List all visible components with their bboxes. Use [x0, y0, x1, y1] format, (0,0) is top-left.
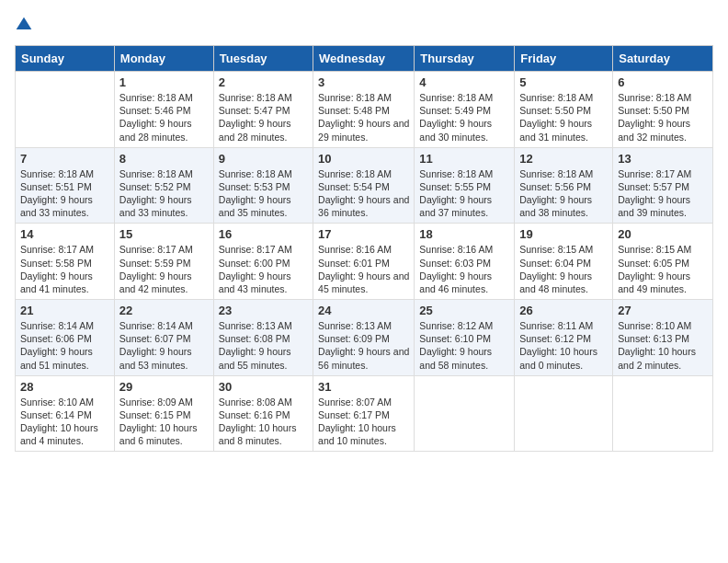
- day-number: 5: [519, 75, 608, 89]
- day-cell: 4Sunrise: 8:18 AMSunset: 5:49 PMDaylight…: [415, 72, 515, 148]
- header-saturday: Saturday: [613, 46, 713, 72]
- day-cell: 15Sunrise: 8:17 AMSunset: 5:59 PMDayligh…: [114, 224, 213, 300]
- day-info: Sunrise: 8:18 AMSunset: 5:53 PMDaylight:…: [219, 167, 308, 220]
- day-info: Sunrise: 8:09 AMSunset: 6:15 PMDaylight:…: [119, 396, 209, 448]
- calendar-table: SundayMondayTuesdayWednesdayThursdayFrid…: [15, 45, 713, 452]
- svg-marker-0: [17, 17, 32, 29]
- day-cell: 24Sunrise: 8:13 AMSunset: 6:09 PMDayligh…: [313, 300, 415, 376]
- day-info: Sunrise: 8:18 AMSunset: 5:52 PMDaylight:…: [119, 167, 209, 220]
- day-number: 24: [318, 304, 409, 317]
- day-cell: 7Sunrise: 8:18 AMSunset: 5:51 PMDaylight…: [16, 147, 115, 224]
- day-info: Sunrise: 8:18 AMSunset: 5:49 PMDaylight:…: [419, 91, 509, 144]
- day-cell: 29Sunrise: 8:09 AMSunset: 6:15 PMDayligh…: [114, 375, 213, 452]
- day-number: 8: [119, 152, 209, 166]
- day-info: Sunrise: 8:18 AMSunset: 5:56 PMDaylight:…: [519, 167, 608, 220]
- header-monday: Monday: [114, 46, 213, 72]
- day-info: Sunrise: 8:18 AMSunset: 5:50 PMDaylight:…: [618, 91, 708, 144]
- day-info: Sunrise: 8:11 AMSunset: 6:12 PMDaylight:…: [519, 319, 608, 372]
- day-info: Sunrise: 8:10 AMSunset: 6:14 PMDaylight:…: [20, 396, 109, 448]
- day-cell: 12Sunrise: 8:18 AMSunset: 5:56 PMDayligh…: [515, 147, 613, 224]
- day-info: Sunrise: 8:16 AMSunset: 6:03 PMDaylight:…: [419, 243, 509, 295]
- day-info: Sunrise: 8:14 AMSunset: 6:06 PMDaylight:…: [20, 319, 109, 372]
- day-cell: 21Sunrise: 8:14 AMSunset: 6:06 PMDayligh…: [16, 300, 115, 376]
- day-info: Sunrise: 8:17 AMSunset: 5:57 PMDaylight:…: [618, 167, 708, 220]
- day-number: 16: [219, 227, 308, 241]
- day-number: 22: [119, 304, 209, 317]
- logo-icon: [15, 16, 33, 34]
- day-info: Sunrise: 8:18 AMSunset: 5:47 PMDaylight:…: [219, 91, 308, 144]
- day-cell: 28Sunrise: 8:10 AMSunset: 6:14 PMDayligh…: [16, 375, 115, 452]
- day-info: Sunrise: 8:14 AMSunset: 6:07 PMDaylight:…: [119, 319, 209, 372]
- day-info: Sunrise: 8:15 AMSunset: 6:05 PMDaylight:…: [618, 243, 708, 295]
- day-cell: [613, 375, 713, 452]
- day-cell: 22Sunrise: 8:14 AMSunset: 6:07 PMDayligh…: [114, 300, 213, 376]
- day-info: Sunrise: 8:10 AMSunset: 6:13 PMDaylight:…: [618, 319, 708, 372]
- day-number: 13: [618, 152, 708, 166]
- week-row-2: 14Sunrise: 8:17 AMSunset: 5:58 PMDayligh…: [16, 224, 713, 300]
- day-number: 1: [119, 75, 209, 89]
- day-number: 21: [20, 304, 109, 317]
- day-number: 31: [318, 380, 409, 394]
- day-cell: 25Sunrise: 8:12 AMSunset: 6:10 PMDayligh…: [415, 300, 515, 376]
- day-cell: 10Sunrise: 8:18 AMSunset: 5:54 PMDayligh…: [313, 147, 415, 224]
- day-info: Sunrise: 8:15 AMSunset: 6:04 PMDaylight:…: [519, 243, 608, 295]
- week-row-0: 1Sunrise: 8:18 AMSunset: 5:46 PMDaylight…: [16, 72, 713, 148]
- day-cell: [415, 375, 515, 452]
- day-number: 10: [318, 152, 409, 166]
- header-sunday: Sunday: [16, 46, 115, 72]
- day-info: Sunrise: 8:13 AMSunset: 6:09 PMDaylight:…: [318, 319, 409, 372]
- day-cell: 14Sunrise: 8:17 AMSunset: 5:58 PMDayligh…: [16, 224, 115, 300]
- day-info: Sunrise: 8:18 AMSunset: 5:54 PMDaylight:…: [318, 167, 409, 220]
- day-number: 6: [618, 75, 708, 89]
- day-cell: 20Sunrise: 8:15 AMSunset: 6:05 PMDayligh…: [613, 224, 713, 300]
- day-number: 4: [419, 75, 509, 89]
- day-cell: 26Sunrise: 8:11 AMSunset: 6:12 PMDayligh…: [515, 300, 613, 376]
- day-cell: 5Sunrise: 8:18 AMSunset: 5:50 PMDaylight…: [515, 72, 613, 148]
- week-row-4: 28Sunrise: 8:10 AMSunset: 6:14 PMDayligh…: [16, 375, 713, 452]
- day-number: 25: [419, 304, 509, 317]
- day-number: 30: [219, 380, 308, 394]
- day-cell: 18Sunrise: 8:16 AMSunset: 6:03 PMDayligh…: [415, 224, 515, 300]
- page-header: [15, 15, 713, 34]
- day-info: Sunrise: 8:07 AMSunset: 6:17 PMDaylight:…: [318, 396, 409, 448]
- header-wednesday: Wednesday: [313, 46, 415, 72]
- logo: [15, 15, 37, 34]
- day-info: Sunrise: 8:17 AMSunset: 5:58 PMDaylight:…: [20, 243, 109, 295]
- day-info: Sunrise: 8:18 AMSunset: 5:55 PMDaylight:…: [419, 167, 509, 220]
- day-cell: 2Sunrise: 8:18 AMSunset: 5:47 PMDaylight…: [213, 72, 313, 148]
- header-friday: Friday: [515, 46, 613, 72]
- day-number: 29: [119, 380, 209, 394]
- day-cell: 1Sunrise: 8:18 AMSunset: 5:46 PMDaylight…: [114, 72, 213, 148]
- day-number: 9: [219, 152, 308, 166]
- day-number: 15: [119, 227, 209, 241]
- day-info: Sunrise: 8:17 AMSunset: 6:00 PMDaylight:…: [219, 243, 308, 295]
- day-number: 27: [618, 304, 708, 317]
- day-info: Sunrise: 8:17 AMSunset: 5:59 PMDaylight:…: [119, 243, 209, 295]
- day-cell: 27Sunrise: 8:10 AMSunset: 6:13 PMDayligh…: [613, 300, 713, 376]
- day-cell: 8Sunrise: 8:18 AMSunset: 5:52 PMDaylight…: [114, 147, 213, 224]
- day-number: 20: [618, 227, 708, 241]
- day-number: 7: [20, 152, 109, 166]
- day-cell: 6Sunrise: 8:18 AMSunset: 5:50 PMDaylight…: [613, 72, 713, 148]
- day-cell: [515, 375, 613, 452]
- day-cell: 16Sunrise: 8:17 AMSunset: 6:00 PMDayligh…: [213, 224, 313, 300]
- day-cell: 11Sunrise: 8:18 AMSunset: 5:55 PMDayligh…: [415, 147, 515, 224]
- day-number: 19: [519, 227, 608, 241]
- header-tuesday: Tuesday: [213, 46, 313, 72]
- day-cell: 9Sunrise: 8:18 AMSunset: 5:53 PMDaylight…: [213, 147, 313, 224]
- header-thursday: Thursday: [415, 46, 515, 72]
- day-number: 11: [419, 152, 509, 166]
- day-number: 28: [20, 380, 109, 394]
- day-cell: 13Sunrise: 8:17 AMSunset: 5:57 PMDayligh…: [613, 147, 713, 224]
- day-number: 18: [419, 227, 509, 241]
- day-number: 17: [318, 227, 409, 241]
- day-info: Sunrise: 8:13 AMSunset: 6:08 PMDaylight:…: [219, 319, 308, 372]
- day-number: 23: [219, 304, 308, 317]
- day-info: Sunrise: 8:18 AMSunset: 5:48 PMDaylight:…: [318, 91, 409, 144]
- day-info: Sunrise: 8:08 AMSunset: 6:16 PMDaylight:…: [219, 396, 308, 448]
- day-cell: [16, 72, 115, 148]
- day-cell: 3Sunrise: 8:18 AMSunset: 5:48 PMDaylight…: [313, 72, 415, 148]
- day-number: 14: [20, 227, 109, 241]
- day-number: 26: [519, 304, 608, 317]
- day-cell: 31Sunrise: 8:07 AMSunset: 6:17 PMDayligh…: [313, 375, 415, 452]
